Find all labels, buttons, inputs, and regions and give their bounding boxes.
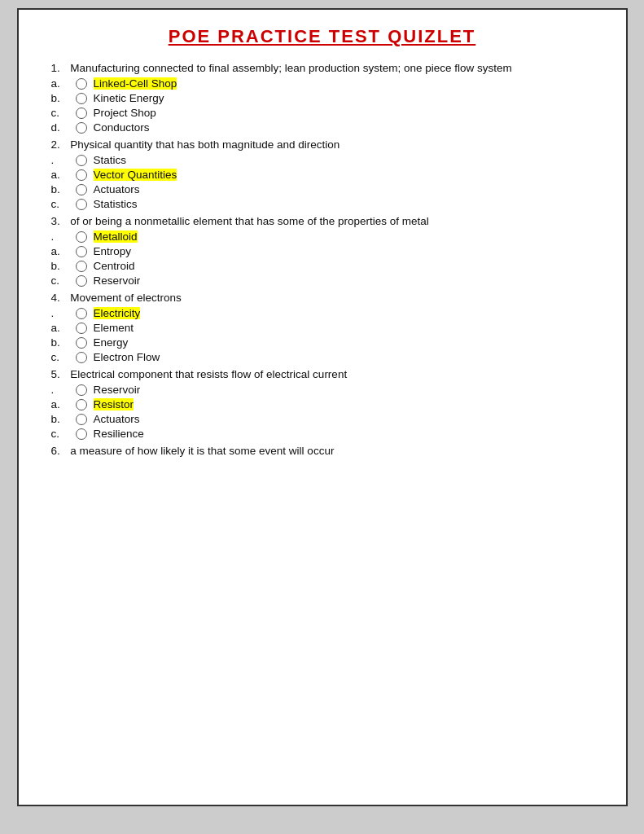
answer-row: c.Project Shop xyxy=(43,107,602,119)
answer-row: a.Element xyxy=(43,322,602,334)
radio-button[interactable] xyxy=(76,384,87,396)
answer-text: Project Shop xyxy=(94,107,156,119)
answer-row: d.Conductors xyxy=(43,121,602,134)
answer-label: b. xyxy=(51,183,76,195)
answer-text: Resistor xyxy=(94,398,134,410)
answer-label: b. xyxy=(51,260,76,272)
answer-label: a. xyxy=(51,77,76,90)
question-number: 2. xyxy=(51,138,68,151)
answer-text: Resilience xyxy=(94,428,144,440)
answer-row: a.Linked-Cell Shop xyxy=(43,77,602,90)
answer-label: b. xyxy=(51,336,76,349)
question-number: 3. xyxy=(51,215,68,227)
answer-text: Reservoir xyxy=(94,384,141,396)
answer-row: c.Reservoir xyxy=(43,274,602,287)
answer-text: Element xyxy=(94,322,134,334)
question-block: 5. Electrical component that resists flo… xyxy=(43,368,602,440)
radio-button[interactable] xyxy=(76,155,87,166)
answer-text: Statics xyxy=(94,154,127,166)
answer-label: c. xyxy=(51,107,76,119)
answer-text: Vector Quantities xyxy=(94,169,177,181)
answer-text: Energy xyxy=(94,336,129,349)
question-number: 6. xyxy=(51,445,68,457)
question-block: 4. Movement of electrons.Electricitya.El… xyxy=(43,292,602,363)
radio-button[interactable] xyxy=(76,231,87,243)
answer-label: . xyxy=(51,230,76,243)
answer-text: Statistics xyxy=(94,198,138,210)
answer-row: c.Electron Flow xyxy=(43,351,602,363)
answer-label: b. xyxy=(51,413,76,425)
answer-text: Electricity xyxy=(94,307,141,319)
radio-button[interactable] xyxy=(76,323,87,334)
radio-button[interactable] xyxy=(76,184,87,195)
question-text: 1. Manufacturing connected to final asse… xyxy=(43,62,602,74)
answer-label: c. xyxy=(51,351,76,363)
radio-button[interactable] xyxy=(76,261,87,272)
answer-label: c. xyxy=(51,274,76,287)
answer-label: c. xyxy=(51,428,76,440)
answer-label: . xyxy=(51,307,76,319)
answer-text: Centroid xyxy=(94,260,135,272)
question-number: 4. xyxy=(51,292,68,304)
page-title: POE PRACTICE TEST QUIZLET xyxy=(43,26,602,47)
question-number: 5. xyxy=(51,368,68,380)
radio-button[interactable] xyxy=(76,169,87,181)
question-text: 2. Physical quantity that has both magni… xyxy=(43,138,602,151)
answer-label: . xyxy=(51,384,76,396)
question-block: 1. Manufacturing connected to final asse… xyxy=(43,62,602,134)
radio-button[interactable] xyxy=(76,108,87,119)
question-number: 1. xyxy=(51,62,68,74)
question-block: 2. Physical quantity that has both magni… xyxy=(43,138,602,210)
radio-button[interactable] xyxy=(76,399,87,410)
answer-text: Metalloid xyxy=(94,230,138,243)
answer-text: Actuators xyxy=(94,413,140,425)
radio-button[interactable] xyxy=(76,352,87,363)
answer-text: Entropy xyxy=(94,245,132,257)
answer-row: b.Actuators xyxy=(43,183,602,195)
answer-row: a.Resistor xyxy=(43,398,602,410)
radio-button[interactable] xyxy=(76,78,87,90)
radio-button[interactable] xyxy=(76,246,87,257)
answer-row: a.Vector Quantities xyxy=(43,169,602,181)
answer-row: .Metalloid xyxy=(43,230,602,243)
answer-text: Reservoir xyxy=(94,274,141,287)
answer-row: c.Statistics xyxy=(43,198,602,210)
quiz-page: POE PRACTICE TEST QUIZLET 1. Manufacturi… xyxy=(17,8,628,806)
radio-button[interactable] xyxy=(76,122,87,134)
answer-row: .Statics xyxy=(43,154,602,166)
answer-text: Kinetic Energy xyxy=(94,92,164,104)
question-block: 3. of or being a nonmetallic element tha… xyxy=(43,215,602,287)
answer-label: a. xyxy=(51,398,76,410)
radio-button[interactable] xyxy=(76,93,87,104)
answer-label: a. xyxy=(51,322,76,334)
answer-row: .Electricity xyxy=(43,307,602,319)
answer-text: Electron Flow xyxy=(94,351,160,363)
question-text: 3. of or being a nonmetallic element tha… xyxy=(43,215,602,227)
answer-text: Linked-Cell Shop xyxy=(94,77,177,90)
answer-row: b.Energy xyxy=(43,336,602,349)
answer-text: Actuators xyxy=(94,183,140,195)
answer-label: a. xyxy=(51,169,76,181)
radio-button[interactable] xyxy=(76,308,87,319)
answer-label: . xyxy=(51,154,76,166)
answer-row: b.Actuators xyxy=(43,413,602,425)
radio-button[interactable] xyxy=(76,275,87,287)
question-block: 6. a measure of how likely it is that so… xyxy=(43,445,602,457)
answer-label: c. xyxy=(51,198,76,210)
radio-button[interactable] xyxy=(76,337,87,349)
radio-button[interactable] xyxy=(76,428,87,440)
answer-row: .Reservoir xyxy=(43,384,602,396)
question-text: 6. a measure of how likely it is that so… xyxy=(43,445,602,457)
answer-row: c.Resilience xyxy=(43,428,602,440)
radio-button[interactable] xyxy=(76,414,87,425)
answer-row: a.Entropy xyxy=(43,245,602,257)
answer-text: Conductors xyxy=(94,121,150,134)
question-text: 5. Electrical component that resists flo… xyxy=(43,368,602,380)
answer-label: d. xyxy=(51,121,76,134)
radio-button[interactable] xyxy=(76,199,87,210)
answer-row: b.Centroid xyxy=(43,260,602,272)
answer-label: b. xyxy=(51,92,76,104)
question-text: 4. Movement of electrons xyxy=(43,292,602,304)
answer-label: a. xyxy=(51,245,76,257)
answer-row: b.Kinetic Energy xyxy=(43,92,602,104)
